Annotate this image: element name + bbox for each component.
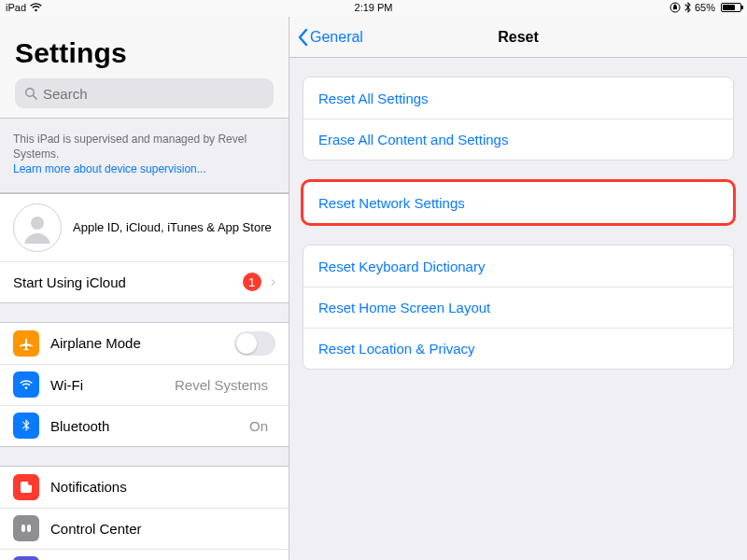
apple-id-caption: Apple ID, iCloud, iTunes & App Store (73, 220, 275, 234)
svg-line-2 (34, 96, 37, 100)
reset-network-settings[interactable]: Reset Network Settings (303, 182, 733, 223)
airplane-label: Airplane Mode (50, 335, 234, 351)
reset-group-3: Reset Keyboard Dictionary Reset Home Scr… (303, 245, 734, 370)
page-title: Settings (15, 37, 274, 69)
icloud-badge: 1 (243, 273, 261, 291)
detail-pane: General Reset Reset All Settings Erase A… (289, 17, 747, 560)
wifi-icon (30, 3, 42, 12)
reset-group-2: Reset Network Settings (303, 181, 734, 224)
status-bar: iPad 2:19 PM 65% (0, 0, 747, 17)
svg-point-3 (31, 217, 44, 230)
reset-location-privacy[interactable]: Reset Location & Privacy (303, 328, 733, 369)
reset-group-1: Reset All Settings Erase All Content and… (303, 77, 734, 161)
sidebar-item-controlcenter[interactable]: Control Center (0, 508, 289, 549)
sidebar-item-notifications[interactable]: Notifications (0, 467, 289, 508)
orientation-lock-icon (669, 2, 681, 13)
search-field[interactable] (15, 78, 274, 108)
settings-sidebar: Settings This iPad is supervised and man… (0, 17, 289, 560)
dnd-icon (13, 556, 39, 560)
svg-point-5 (28, 481, 33, 485)
back-label: General (310, 29, 363, 46)
bluetooth-app-icon (13, 413, 39, 439)
chevron-right-icon: › (271, 273, 275, 290)
supervision-notice: This iPad is supervised and managed by R… (0, 119, 289, 193)
icloud-label: Start Using iCloud (13, 274, 243, 290)
notifications-icon (13, 474, 39, 500)
svg-rect-6 (21, 525, 25, 532)
chevron-left-icon (297, 28, 308, 47)
notifications-label: Notifications (50, 479, 275, 495)
erase-all-content[interactable]: Erase All Content and Settings (303, 119, 733, 160)
wifi-app-icon (13, 371, 39, 398)
bluetooth-value: On (249, 418, 268, 434)
back-button[interactable]: General (297, 17, 363, 58)
sidebar-item-dnd[interactable]: Do Not Disturb (0, 549, 289, 560)
search-input[interactable] (43, 86, 264, 102)
wifi-value: Revel Systems (175, 377, 268, 393)
battery-icon (719, 3, 741, 12)
sidebar-item-airplane[interactable]: Airplane Mode (0, 323, 289, 364)
start-using-icloud-row[interactable]: Start Using iCloud 1 › (0, 261, 289, 302)
controlcenter-label: Control Center (50, 521, 275, 537)
wifi-label: Wi-Fi (50, 377, 175, 393)
bluetooth-label: Bluetooth (50, 418, 249, 434)
clock: 2:19 PM (355, 2, 393, 13)
sidebar-item-wifi[interactable]: Wi-Fi Revel Systems (0, 364, 289, 405)
apple-id-row[interactable]: Apple ID, iCloud, iTunes & App Store (0, 194, 289, 261)
airplane-icon (13, 330, 39, 357)
reset-home-screen[interactable]: Reset Home Screen Layout (303, 287, 733, 328)
avatar (13, 203, 62, 252)
device-label: iPad (6, 2, 26, 13)
detail-title: Reset (498, 29, 539, 46)
airplane-toggle[interactable] (234, 331, 275, 356)
bluetooth-status-icon (684, 2, 691, 13)
supervision-link[interactable]: Learn more about device supervision... (13, 162, 206, 175)
sidebar-item-bluetooth[interactable]: Bluetooth On (0, 405, 289, 446)
svg-rect-7 (27, 525, 31, 532)
reset-all-settings[interactable]: Reset All Settings (303, 77, 733, 119)
search-icon (24, 87, 37, 100)
battery-percent: 65% (695, 2, 715, 13)
supervision-text: This iPad is supervised and managed by R… (13, 133, 247, 161)
reset-keyboard-dictionary[interactable]: Reset Keyboard Dictionary (303, 245, 733, 287)
controlcenter-icon (13, 515, 39, 541)
